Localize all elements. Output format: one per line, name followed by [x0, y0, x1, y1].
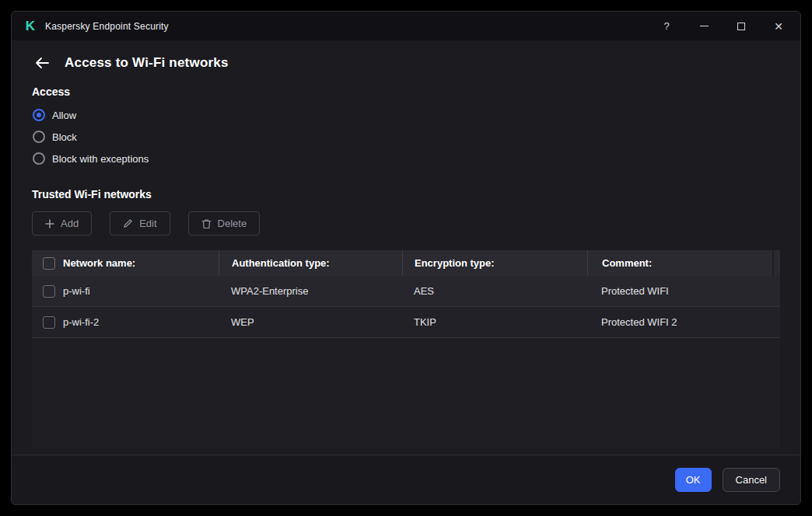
access-radio-group: Allow Block Block with exceptions: [32, 104, 780, 169]
add-button-label: Add: [61, 218, 79, 229]
delete-button[interactable]: Delete: [188, 211, 261, 235]
minimize-icon: [700, 26, 709, 26]
minimize-button[interactable]: [693, 16, 715, 37]
edit-button-label: Edit: [139, 218, 156, 229]
header-encryption-type[interactable]: Encryption type:: [402, 250, 587, 276]
table-row[interactable]: p-wi-fi-2 WEP TKIP Protected WIFI 2: [32, 307, 780, 338]
cell-comment: Protected WIFI 2: [587, 316, 780, 328]
header-network-name[interactable]: Network name:: [63, 257, 219, 269]
trusted-networks-table: Network name: Authentication type: Encry…: [32, 250, 780, 448]
select-all-checkbox[interactable]: [43, 257, 55, 270]
cell-comment: Protected WIFI: [587, 285, 780, 297]
cancel-button[interactable]: Cancel: [723, 468, 780, 492]
ok-button[interactable]: OK: [675, 468, 712, 492]
cell-network-name: p-wi-fi-2: [63, 316, 219, 328]
radio-option-block[interactable]: Block: [32, 126, 780, 148]
scrollbar-track[interactable]: [774, 250, 780, 276]
arrow-left-icon: [34, 57, 50, 69]
cell-network-name: p-wi-fi: [63, 285, 219, 297]
radio-label: Allow: [52, 110, 76, 121]
maximize-icon: [737, 23, 745, 30]
radio-option-allow[interactable]: Allow: [32, 104, 780, 126]
cell-authentication-type: WPA2-Enterprise: [219, 285, 402, 297]
table-row[interactable]: p-wi-fi WPA2-Enterprise AES Protected WI…: [32, 276, 780, 307]
title-bar: K Kaspersky Endpoint Security ? ✕: [12, 12, 800, 40]
cell-authentication-type: WEP: [219, 316, 402, 328]
maximize-button[interactable]: [730, 16, 752, 37]
radio-icon[interactable]: [33, 109, 45, 121]
header-checkbox-cell: [32, 257, 63, 270]
content-area: Access to Wi-Fi networks Access Allow Bl…: [12, 40, 800, 455]
add-button[interactable]: Add: [32, 211, 92, 235]
row-checkbox-cell: [32, 285, 63, 298]
help-button[interactable]: ?: [656, 16, 677, 37]
pencil-icon: [123, 218, 133, 228]
plus-icon: [45, 219, 54, 228]
radio-icon[interactable]: [33, 152, 45, 165]
row-checkbox[interactable]: [43, 316, 55, 329]
dialog-footer: OK Cancel: [12, 455, 800, 504]
window-controls: ? ✕: [656, 16, 789, 37]
app-title: Kaspersky Endpoint Security: [45, 21, 169, 32]
app-window: K Kaspersky Endpoint Security ? ✕ Access…: [11, 11, 801, 505]
header-authentication-type[interactable]: Authentication type:: [219, 250, 402, 276]
kaspersky-logo-icon: K: [23, 19, 38, 34]
access-section-label: Access: [32, 85, 780, 98]
row-checkbox-cell: [32, 316, 63, 329]
page-title: Access to Wi-Fi networks: [65, 55, 229, 71]
page-header: Access to Wi-Fi networks: [32, 53, 780, 73]
cell-encryption-type: TKIP: [402, 316, 587, 328]
radio-label: Block: [52, 131, 77, 143]
table-header-row: Network name: Authentication type: Encry…: [32, 250, 772, 276]
radio-icon[interactable]: [33, 131, 45, 143]
back-button[interactable]: [32, 53, 52, 73]
trash-icon: [201, 218, 212, 229]
cell-encryption-type: AES: [402, 285, 587, 297]
close-button[interactable]: ✕: [768, 16, 789, 37]
delete-button-label: Delete: [218, 218, 247, 229]
edit-button[interactable]: Edit: [110, 211, 170, 235]
radio-option-block-exceptions[interactable]: Block with exceptions: [32, 148, 780, 169]
table-toolbar: Add Edit Delete: [32, 211, 780, 235]
row-checkbox[interactable]: [43, 285, 55, 298]
header-comment[interactable]: Comment:: [587, 250, 772, 276]
trusted-section-label: Trusted Wi-Fi networks: [32, 188, 780, 200]
radio-label: Block with exceptions: [52, 153, 149, 165]
